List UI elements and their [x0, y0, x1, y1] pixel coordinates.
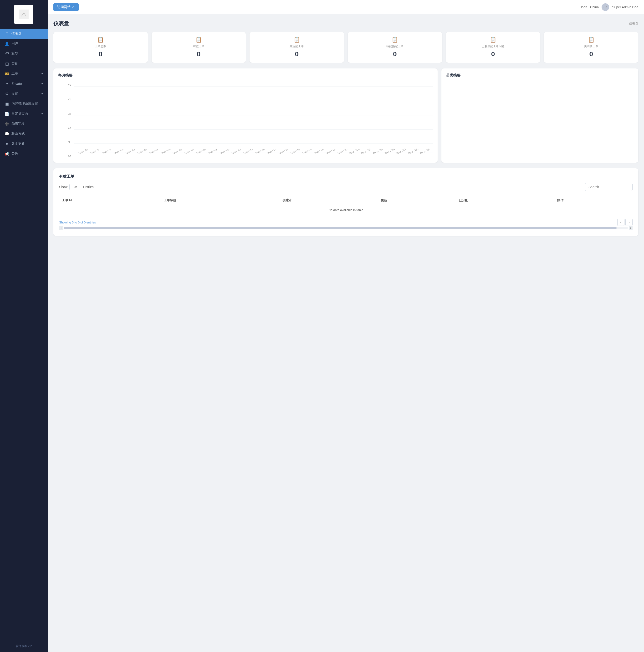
sidebar-item-users[interactable]: 👤 用户 [0, 38, 48, 49]
svg-text:Jan 06: Jan 06 [277, 148, 289, 154]
scroll-bar-arrows: ‹ › [59, 226, 633, 230]
card-label-closed: 关闭的工单 [550, 44, 633, 48]
layers-icon: ◫ [5, 61, 9, 66]
svg-text:Jan 01: Jan 01 [336, 148, 348, 154]
sidebar-item-tags[interactable]: 🏷 标签 [0, 49, 48, 59]
col-creator: 创建者 [280, 196, 378, 205]
ticket-assigned-icon: 📋 [354, 37, 437, 43]
sidebar-item-label: 自定义页面 [11, 112, 28, 116]
col-assigned: 已分配 [456, 196, 554, 205]
visit-website-button[interactable]: 访问网站 ↗ [53, 3, 79, 11]
svg-text:Dec 31: Dec 31 [347, 148, 361, 154]
next-page-button[interactable]: › [625, 219, 633, 226]
svg-text:Jan 13: Jan 13 [195, 148, 207, 154]
monthly-chart-svg: 5 4 3 2 1 0 Jan 23 [58, 82, 433, 158]
announce-icon: 📢 [5, 152, 9, 156]
card-value-closed: 0 [550, 50, 633, 58]
no-data-message: No data available in table [59, 205, 633, 215]
page-header: 仪表盘 仪表盘 [53, 20, 638, 27]
sidebar: ⊞ 仪表盘 👤 用户 🏷 标签 ◫ 类别 🎫 工单 ▾ ✦ Envato ▾ [0, 0, 48, 652]
user-name: Super Admin Doe [612, 5, 638, 9]
sidebar-item-label: 工单 [11, 72, 18, 76]
chevron-down-icon: ▾ [41, 112, 43, 115]
sidebar-item-tickets[interactable]: 🎫 工单 ▾ [0, 69, 48, 79]
svg-text:Jan 03: Jan 03 [312, 148, 325, 154]
main-area: 访问网站 ↗ Icon China SA Super Admin Doe 仪表盘… [48, 0, 644, 652]
show-label: Show [59, 185, 67, 189]
table-section: 有效工单 Show Entries 工单 Id 工单标题 创建者 更新 已分配 [53, 168, 638, 236]
sidebar-item-dynamic-fields[interactable]: ➕ 动态字段 [0, 119, 48, 129]
envato-icon: ✦ [5, 82, 9, 86]
tag-icon: 🏷 [5, 52, 9, 56]
stat-card-recent: 📋 最近的工单 0 [250, 32, 344, 63]
dynamic-icon: ➕ [5, 121, 9, 126]
ticket-active-icon: 📋 [157, 37, 240, 43]
monthly-chart-card: 每月摘要 5 4 3 2 1 0 [53, 69, 438, 163]
header: 访问网站 ↗ Icon China SA Super Admin Doe [48, 0, 644, 14]
page-icon: 📄 [5, 112, 9, 116]
svg-text:Dec 26: Dec 26 [407, 148, 419, 154]
svg-text:Jan 12: Jan 12 [206, 148, 219, 154]
svg-text:Jan 16: Jan 16 [159, 148, 172, 154]
icon-label: Icon [581, 5, 587, 9]
chevron-down-icon: ▾ [41, 82, 43, 85]
entries-label: Entries [83, 185, 94, 189]
data-table: 工单 Id 工单标题 创建者 更新 已分配 操作 No data availab… [59, 196, 633, 215]
sidebar-item-label: 标签 [11, 52, 18, 56]
ticket-closed-icon: 📋 [550, 37, 633, 43]
stat-card-assigned: 📋 我的指定工单 0 [348, 32, 442, 63]
gear-icon: ⚙ [5, 91, 9, 96]
svg-text:Jan 22: Jan 22 [88, 148, 101, 154]
scroll-bar-container [64, 227, 628, 229]
svg-text:Jan 17: Jan 17 [147, 148, 160, 154]
svg-text:Jan 21: Jan 21 [100, 148, 113, 154]
breadcrumb: 仪表盘 [629, 22, 638, 26]
svg-text:3: 3 [68, 112, 71, 115]
sidebar-version: 软件版本 2.2 [0, 640, 48, 652]
contact-icon: 💬 [5, 132, 9, 136]
ticket-total-icon: 📋 [59, 37, 142, 43]
svg-text:Jan 23: Jan 23 [77, 148, 89, 154]
sidebar-item-updates[interactable]: ● 版本更新 [0, 139, 48, 149]
stat-card-total: 📋 工单总数 0 [53, 32, 148, 63]
ticket-resolved-icon: 📋 [452, 37, 535, 43]
sidebar-item-contact[interactable]: 💬 联系方式 [0, 129, 48, 139]
svg-text:Jan 08: Jan 08 [253, 148, 266, 154]
svg-text:Jan 09: Jan 09 [242, 148, 254, 154]
category-chart-title: 分类摘要 [446, 73, 634, 78]
scroll-left-button[interactable]: ‹ [59, 226, 63, 230]
sidebar-item-custom-pages[interactable]: 📄 自定义页面 ▾ [0, 109, 48, 119]
svg-text:0: 0 [68, 154, 71, 157]
card-value-assigned: 0 [354, 50, 437, 58]
stat-card-active: 📋 有效工单 0 [151, 32, 246, 63]
sidebar-item-settings[interactable]: ⚙ 设置 ▾ [0, 89, 48, 99]
chevron-down-icon: ▾ [41, 72, 43, 75]
svg-text:Dec 29: Dec 29 [371, 148, 384, 154]
stat-card-resolved: 📋 已解决的工单问题 0 [446, 32, 540, 63]
card-value-total: 0 [59, 50, 142, 58]
prev-page-button[interactable]: ‹ [617, 219, 624, 226]
scroll-bar-track [64, 227, 617, 229]
sidebar-item-announcements[interactable]: 📢 公告 [0, 149, 48, 159]
table-controls: Show Entries [59, 183, 633, 191]
sidebar-item-cms[interactable]: ▣ 内容管理系统设置 [0, 99, 48, 109]
sidebar-item-envato[interactable]: ✦ Envato ▾ [0, 79, 48, 89]
header-left: 访问网站 ↗ [53, 3, 79, 11]
stat-card-closed: 📋 关闭的工单 0 [544, 32, 638, 63]
svg-text:Jan 19: Jan 19 [124, 148, 137, 154]
user-icon: 👤 [5, 42, 9, 46]
svg-rect-0 [19, 9, 29, 19]
sidebar-item-label: 仪表盘 [11, 31, 22, 36]
ticket-recent-icon: 📋 [255, 37, 338, 43]
sidebar-item-dashboard[interactable]: ⊞ 仪表盘 [0, 29, 48, 38]
search-input[interactable] [585, 183, 633, 191]
svg-point-1 [23, 12, 25, 14]
sidebar-item-category[interactable]: ◫ 类别 [0, 59, 48, 69]
scroll-right-button[interactable]: › [629, 226, 633, 230]
entries-input[interactable] [69, 184, 81, 190]
table-header-row: 工单 Id 工单标题 创建者 更新 已分配 操作 [59, 196, 633, 205]
card-label-total: 工单总数 [59, 44, 142, 48]
table-section-title: 有效工单 [59, 174, 633, 179]
page-title: 仪表盘 [53, 20, 69, 27]
svg-text:2: 2 [68, 127, 71, 130]
